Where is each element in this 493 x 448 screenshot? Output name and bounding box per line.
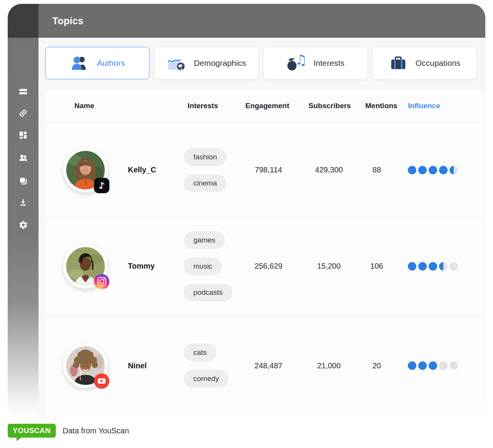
table-row[interactable]: Ninel cats comedy 248,487 21,000 20 — [45, 315, 485, 416]
mentions-value: 20 — [346, 315, 407, 416]
interest-tag: comedy — [184, 370, 229, 388]
table-header: Name Interests Engagement Subscribers Me… — [45, 89, 485, 123]
influence-dot — [449, 361, 458, 370]
interest-tag: games — [184, 231, 225, 249]
footer-caption: Data from YouScan — [63, 426, 129, 435]
influence-dot — [429, 166, 437, 174]
influence-dot — [408, 361, 416, 370]
influence-dot — [418, 262, 427, 271]
engagement-value: 248,487 — [238, 315, 299, 416]
interest-tag: music — [184, 257, 222, 275]
app-frame: Topics — [8, 4, 485, 416]
tab-bar: Authors Demographics — [45, 47, 476, 79]
column-header-engagement[interactable]: Engagement — [236, 89, 298, 122]
mentions-value: 88 — [346, 122, 407, 217]
table-row[interactable]: ♪ Kelly_C fashion cinema 798,114 429,300… — [45, 122, 485, 218]
interest-tags: fashion cinema — [184, 122, 226, 217]
avatar — [63, 343, 108, 388]
tab-interests-label: Interests — [314, 59, 345, 68]
copy-icon[interactable] — [18, 176, 28, 186]
instagram-icon — [94, 274, 109, 289]
tab-authors-label: Authors — [97, 59, 125, 68]
settings-icon[interactable] — [18, 220, 28, 230]
interest-tag: cinema — [184, 174, 226, 192]
column-header-name[interactable]: Name — [74, 89, 94, 122]
influence-rating — [408, 315, 458, 416]
influence-rating — [408, 217, 458, 315]
youscan-logo: YOUSCAN — [8, 424, 56, 438]
influence-dot — [408, 166, 416, 174]
dashboard-icon[interactable] — [18, 130, 28, 140]
influence-dot — [418, 361, 427, 370]
tab-occupations[interactable]: Occupations — [372, 47, 476, 79]
interest-tags: cats comedy — [184, 315, 229, 416]
author-name: Ninel — [128, 315, 147, 416]
avatar — [63, 244, 108, 289]
topbar: Topics — [39, 4, 485, 38]
authors-table: Name Interests Engagement Subscribers Me… — [45, 89, 485, 416]
interest-tag: cats — [184, 344, 216, 361]
tiktok-icon: ♪ — [94, 178, 109, 193]
influence-dot — [449, 166, 458, 174]
page-title: Topics — [52, 15, 84, 27]
table-row[interactable]: Tommy games music podcasts 256,629 15,20… — [45, 217, 485, 315]
menu-icon[interactable] — [18, 87, 28, 97]
tab-demographics[interactable]: Demographics — [154, 47, 258, 79]
avatar: ♪ — [63, 148, 108, 192]
tab-interests[interactable]: ♫ Interests — [263, 47, 367, 79]
area-chart-globe-icon — [167, 55, 186, 72]
sidebar-header-block — [8, 4, 39, 38]
influence-dot — [429, 361, 437, 370]
column-header-interests[interactable]: Interests — [188, 89, 218, 122]
influence-dot — [439, 262, 448, 271]
footer: YOUSCAN Data from YouScan — [8, 424, 129, 438]
mentions-value: 106 — [346, 217, 407, 315]
link-icon[interactable] — [18, 108, 28, 118]
people-icon[interactable] — [18, 153, 28, 163]
interest-tag: fashion — [184, 148, 226, 166]
engagement-value: 798,114 — [238, 122, 299, 217]
influence-rating — [408, 122, 458, 217]
interest-tag: podcasts — [184, 284, 232, 301]
influence-dot — [439, 361, 448, 370]
main-content: Authors Demographics — [39, 38, 485, 416]
interest-tags: games music podcasts — [184, 217, 232, 315]
apple-music-note-icon: ♫ — [287, 55, 306, 72]
author-name: Tommy — [128, 217, 155, 315]
author-name: Kelly_C — [128, 122, 156, 217]
music-note-glyph: ♫ — [295, 53, 307, 67]
download-icon[interactable] — [18, 197, 28, 207]
tab-occupations-label: Occupations — [416, 59, 461, 68]
tab-authors[interactable]: Authors — [45, 47, 149, 79]
influence-dot — [429, 262, 437, 271]
briefcase-icon — [389, 55, 408, 72]
tab-demographics-label: Demographics — [194, 59, 246, 68]
sidebar — [8, 38, 39, 416]
authors-people-icon — [70, 55, 89, 72]
youtube-icon — [94, 373, 109, 389]
engagement-value: 256,629 — [238, 217, 299, 315]
influence-dot — [418, 166, 427, 174]
column-header-influence[interactable]: Influence — [393, 89, 455, 122]
influence-dot — [408, 262, 416, 271]
influence-dot — [449, 262, 458, 271]
influence-dot — [439, 166, 448, 174]
